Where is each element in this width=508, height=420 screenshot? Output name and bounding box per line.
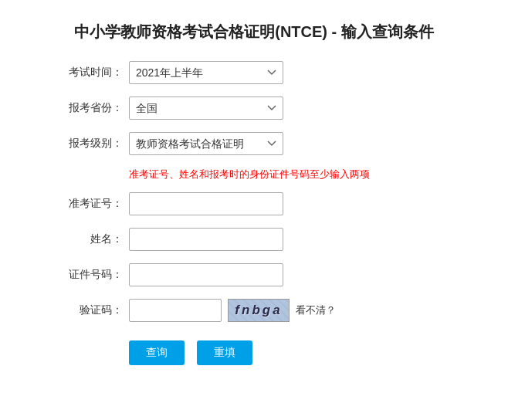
level-row: 报考级别 教师资格考试合格证明 中学 小学 幼儿园 [53,132,455,155]
id-input[interactable] [129,263,283,286]
captcha-image[interactable]: fnbga [228,299,290,322]
form-container: 考试时间 2021年上半年 2021年下半年 2020年上半年 2020年下半年… [53,61,455,365]
captcha-row: 验证码 fnbga 看不清？ [53,299,455,322]
error-message: 准考证号、姓名和报考时的身份证件号码至少输入两项 [129,168,455,181]
exam-time-label: 考试时间 [53,66,123,80]
captcha-text: fnbga [235,303,282,318]
province-row: 报考省份 全国 北京 上海 广东 [53,97,455,120]
ticket-input[interactable] [129,192,283,215]
exam-time-row: 考试时间 2021年上半年 2021年下半年 2020年上半年 2020年下半年 [53,61,455,84]
level-select[interactable]: 教师资格考试合格证明 中学 小学 幼儿园 [129,132,283,155]
reset-button[interactable]: 重填 [197,340,252,365]
name-row: 姓名 [53,228,455,251]
province-label: 报考省份 [53,101,123,115]
name-label: 姓名 [53,232,123,246]
captcha-refresh-link[interactable]: 看不清？ [296,303,336,317]
ticket-label: 准考证号 [53,197,123,211]
id-row: 证件号码 [53,263,455,286]
exam-time-select[interactable]: 2021年上半年 2021年下半年 2020年上半年 2020年下半年 [129,61,283,84]
captcha-input[interactable] [129,299,222,322]
page-title: 中小学教师资格考试合格证明(NTCE) - 输入查询条件 [59,22,449,42]
ticket-row: 准考证号 [53,192,455,215]
name-input[interactable] [129,228,283,251]
captcha-label: 验证码 [53,303,123,317]
button-row: 查询 重填 [129,340,455,365]
level-label: 报考级别 [53,137,123,151]
id-label: 证件号码 [53,268,123,282]
query-button[interactable]: 查询 [129,340,185,365]
province-select[interactable]: 全国 北京 上海 广东 [129,97,283,120]
